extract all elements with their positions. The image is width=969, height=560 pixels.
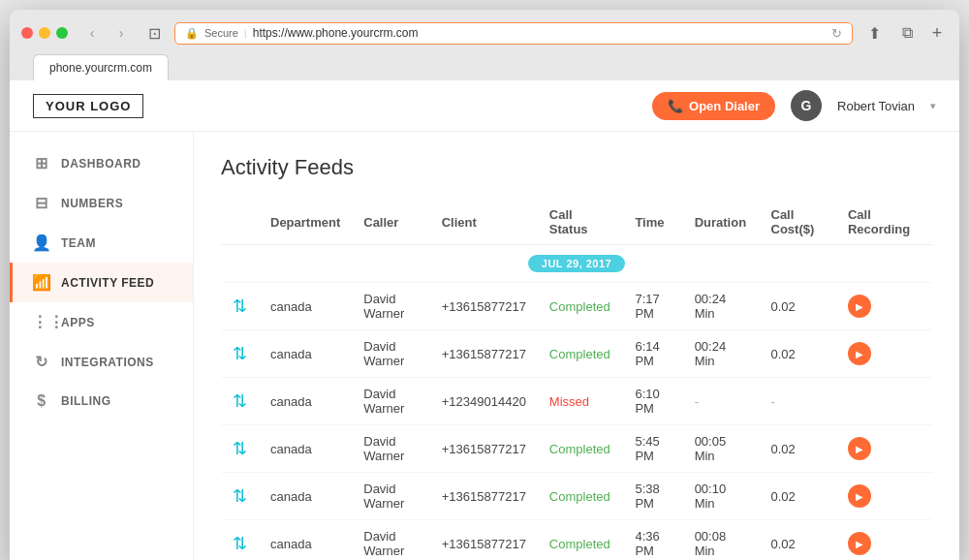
play-recording-button[interactable]: ▶ bbox=[848, 437, 871, 460]
reload-button[interactable]: ↻ bbox=[831, 26, 842, 41]
call-direction-icon: ⇅ bbox=[221, 283, 259, 330]
sidebar-item-numbers[interactable]: ⊟ NUMBERS bbox=[10, 183, 193, 223]
cell-client: +13615877217 bbox=[430, 473, 538, 520]
cell-recording bbox=[836, 378, 932, 425]
call-direction-icon: ⇅ bbox=[221, 330, 259, 378]
share-button[interactable]: ⬆ bbox=[860, 19, 888, 47]
call-icon: ⇅ bbox=[233, 439, 247, 458]
cell-time: 7:17 PM bbox=[623, 283, 682, 330]
call-icon: ⇅ bbox=[233, 391, 247, 411]
cell-cost: 0.02 bbox=[760, 330, 836, 378]
cell-status: Completed bbox=[538, 330, 624, 378]
minimize-button[interactable] bbox=[39, 27, 50, 39]
sidebar-label-billing: BILLING bbox=[61, 394, 111, 408]
table-row: ⇅canadaDavid Warner+13615877217Completed… bbox=[221, 283, 932, 330]
sidebar-label-dashboard: DASHBOARD bbox=[61, 157, 141, 171]
cell-duration: 00:10 Min bbox=[683, 473, 760, 520]
table-row: ⇅canadaDavid Warner+13615877217Completed… bbox=[221, 330, 932, 378]
play-recording-button[interactable]: ▶ bbox=[848, 484, 871, 508]
billing-icon: $ bbox=[32, 392, 51, 410]
cell-recording: ▶ bbox=[836, 330, 932, 378]
sidebar-item-integrations[interactable]: ↻ INTEGRATIONS bbox=[10, 342, 193, 382]
table-header-row: Department Caller Client Call Status Tim… bbox=[221, 200, 932, 245]
cell-recording: ▶ bbox=[836, 473, 932, 520]
cell-caller: David Warner bbox=[352, 378, 429, 425]
cell-duration: - bbox=[683, 378, 760, 425]
col-department-label: Department bbox=[259, 200, 352, 245]
numbers-icon: ⊟ bbox=[32, 194, 51, 212]
sidebar-item-activity-feed[interactable]: 📶 ACTIVITY FEED bbox=[10, 263, 193, 302]
logo: YOUR LOGO bbox=[33, 94, 143, 118]
cell-time: 4:36 PM bbox=[623, 520, 682, 561]
cell-recording: ▶ bbox=[836, 425, 932, 473]
back-button[interactable]: ‹ bbox=[79, 20, 105, 46]
call-direction-icon: ⇅ bbox=[221, 520, 259, 561]
play-recording-button[interactable]: ▶ bbox=[848, 532, 871, 555]
col-recording: Call Recording bbox=[836, 200, 932, 245]
play-recording-button[interactable]: ▶ bbox=[848, 295, 871, 318]
activity-feed-icon: 📶 bbox=[32, 273, 51, 292]
cell-cost: 0.02 bbox=[760, 520, 836, 561]
browser-chrome: ‹ › ⊡ 🔒 Secure | https://www.phone.yourc… bbox=[10, 10, 959, 80]
forward-button[interactable]: › bbox=[109, 20, 134, 46]
new-window-button[interactable]: ⧉ bbox=[893, 19, 921, 47]
play-recording-button[interactable]: ▶ bbox=[848, 342, 871, 365]
sidebar-item-billing[interactable]: $ BILLING bbox=[10, 382, 193, 420]
cell-client: +13615877217 bbox=[430, 520, 538, 561]
cell-time: 6:14 PM bbox=[623, 330, 682, 378]
cell-status: Missed bbox=[538, 378, 624, 425]
sidebar-label-team: TEAM bbox=[61, 236, 96, 250]
sidebar-item-dashboard[interactable]: ⊞ DASHBOARD bbox=[10, 143, 193, 183]
call-direction-icon: ⇅ bbox=[221, 425, 259, 473]
cell-recording: ▶ bbox=[836, 283, 932, 330]
sidebar-label-apps: APPS bbox=[61, 316, 95, 329]
open-dialer-button[interactable]: 📞 Open Dialer bbox=[652, 92, 775, 120]
cell-department: canada bbox=[259, 330, 352, 378]
chevron-down-icon: ▾ bbox=[930, 100, 936, 112]
cell-client: +12349014420 bbox=[430, 378, 538, 425]
active-tab[interactable]: phone.yourcrm.com bbox=[33, 54, 169, 80]
cell-cost: 0.02 bbox=[760, 425, 836, 473]
cell-time: 5:38 PM bbox=[623, 473, 682, 520]
close-button[interactable] bbox=[21, 27, 33, 39]
col-duration: Duration bbox=[683, 200, 760, 245]
sidebar-item-apps[interactable]: ⋮⋮ APPS bbox=[10, 302, 193, 342]
table-row: ⇅canadaDavid Warner+13615877217Completed… bbox=[221, 473, 932, 520]
cell-duration: 00:24 Min bbox=[683, 330, 760, 378]
date-separator-row: JUL 29, 2017 bbox=[221, 245, 932, 283]
cell-cost: - bbox=[760, 378, 836, 425]
cell-time: 6:10 PM bbox=[623, 378, 682, 425]
url-text[interactable]: https://www.phone.yourcrm.com bbox=[253, 26, 826, 40]
dashboard-icon: ⊞ bbox=[32, 154, 51, 172]
cell-client: +13615877217 bbox=[430, 283, 538, 330]
cell-caller: David Warner bbox=[352, 473, 429, 520]
cell-status: Completed bbox=[538, 283, 624, 330]
tab-view-button[interactable]: ⊡ bbox=[141, 20, 167, 46]
maximize-button[interactable] bbox=[56, 27, 68, 39]
sidebar-item-team[interactable]: 👤 TEAM bbox=[10, 223, 193, 263]
address-bar: 🔒 Secure | https://www.phone.yourcrm.com… bbox=[174, 22, 853, 45]
table-row: ⇅canadaDavid Warner+13615877217Completed… bbox=[221, 520, 932, 561]
call-direction-icon: ⇅ bbox=[221, 473, 259, 520]
table-row: ⇅canadaDavid Warner+12349014420Missed6:1… bbox=[221, 378, 932, 425]
cell-recording: ▶ bbox=[836, 520, 932, 561]
new-tab-button[interactable]: + bbox=[926, 22, 948, 44]
browser-window: ‹ › ⊡ 🔒 Secure | https://www.phone.yourc… bbox=[10, 10, 959, 560]
call-direction-icon: ⇅ bbox=[221, 378, 259, 425]
integrations-icon: ↻ bbox=[32, 353, 51, 371]
sidebar-label-integrations: INTEGRATIONS bbox=[61, 356, 154, 369]
sidebar-label-numbers: NUMBERS bbox=[61, 197, 123, 210]
call-icon: ⇅ bbox=[233, 486, 247, 506]
sidebar: ⊞ DASHBOARD ⊟ NUMBERS 👤 TEAM 📶 ACTIVITY … bbox=[10, 132, 194, 560]
cell-department: canada bbox=[259, 425, 352, 473]
cell-client: +13615877217 bbox=[430, 330, 538, 378]
team-icon: 👤 bbox=[32, 233, 51, 252]
secure-label: Secure bbox=[204, 27, 238, 39]
app-bar: YOUR LOGO 📞 Open Dialer G Robert Tovian … bbox=[10, 80, 959, 132]
user-name[interactable]: Robert Tovian bbox=[837, 99, 915, 113]
date-badge: JUL 29, 2017 bbox=[528, 255, 625, 272]
call-icon: ⇅ bbox=[233, 344, 247, 363]
cell-status: Completed bbox=[538, 520, 624, 561]
main-layout: ⊞ DASHBOARD ⊟ NUMBERS 👤 TEAM 📶 ACTIVITY … bbox=[10, 132, 959, 560]
cell-department: canada bbox=[259, 520, 352, 561]
